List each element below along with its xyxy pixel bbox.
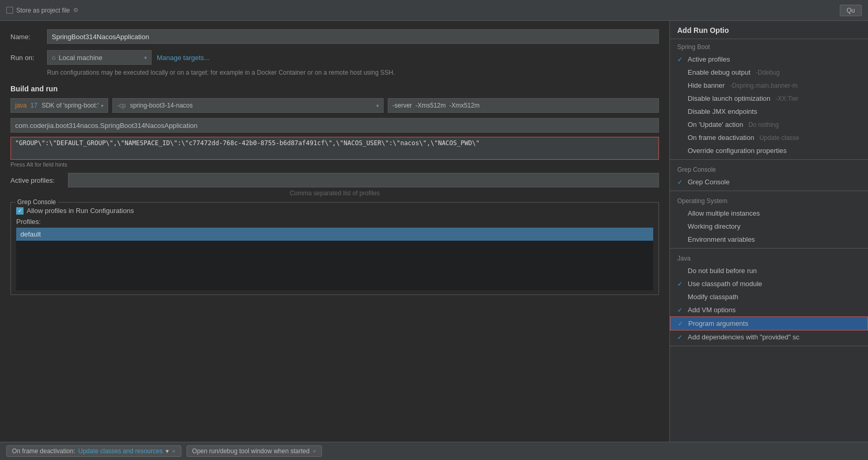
run-on-hint: Run configurations may be executed local… <box>47 68 659 77</box>
chevron-down-icon: ▾ <box>144 55 147 61</box>
active-profiles-row: Active profiles: <box>10 173 659 187</box>
right-item-modify-classpath[interactable]: ✓Modify classpath <box>670 290 868 303</box>
item-label-disable-jmx: Disable JMX endpoints <box>688 108 757 115</box>
item-label-env-vars: Environment variables <box>688 235 755 243</box>
item-label-allow-multiple: Allow multiple instances <box>688 209 760 217</box>
main-content: Name: Run on: ⌂ Local machine ▾ Manage t… <box>0 21 868 442</box>
allow-profiles-label: Allow profiles in Run Configurations <box>27 207 134 215</box>
cp-chevron-icon: ▾ <box>376 103 379 109</box>
item-label-use-classpath: Use classpath of module <box>688 280 762 288</box>
program-args-input[interactable] <box>10 137 659 160</box>
qu-button[interactable]: Qu <box>840 5 862 16</box>
store-project-file-label: Store as project file <box>16 7 70 14</box>
frame-deactivation-chevron: ▾ <box>166 447 169 455</box>
check-mark-program-args: ✓ <box>678 320 685 327</box>
item-label-disable-launch: Disable launch optimization <box>688 95 770 102</box>
check-mark-add-vm: ✓ <box>677 306 685 314</box>
right-item-disable-launch[interactable]: ✓Disable launch optimization-XX:Tier <box>670 92 868 105</box>
gear-icon[interactable]: ⚙ <box>73 7 78 14</box>
right-item-do-not-build[interactable]: ✓Do not build before run <box>670 264 868 277</box>
field-hint: Press Alt for field hints <box>10 161 659 168</box>
right-section-spring-boot: Spring Boot <box>670 39 868 53</box>
right-item-add-dependencies[interactable]: ✓Add dependencies with "provided" sc <box>670 331 868 344</box>
cp-prefix: -cp <box>117 102 126 109</box>
divider-operating-system <box>670 248 868 249</box>
right-item-on-update[interactable]: ✓On 'Update' actionDo nothing <box>670 118 868 131</box>
divider-spring-boot <box>670 159 868 160</box>
divider-java <box>670 346 868 346</box>
right-item-use-classpath[interactable]: ✓Use classpath of module <box>670 277 868 290</box>
divider-grep-console <box>670 191 868 191</box>
name-input[interactable] <box>47 29 659 44</box>
grep-console-legend: Grep Console <box>15 198 58 206</box>
active-profiles-label: Active profiles: <box>10 176 63 184</box>
store-project-file-row: Store as project file ⚙ <box>6 7 78 14</box>
right-item-add-vm[interactable]: ✓Add VM options <box>670 303 868 316</box>
item-label-hide-banner: Hide banner <box>688 81 725 89</box>
name-row: Name: <box>10 29 659 44</box>
store-project-file-checkbox[interactable] <box>6 7 13 14</box>
item-label-do-not-build: Do not build before run <box>688 267 757 275</box>
right-item-disable-jmx[interactable]: ✓Disable JMX endpoints <box>670 105 868 118</box>
left-panel: Name: Run on: ⌂ Local machine ▾ Manage t… <box>0 21 669 442</box>
right-item-env-vars[interactable]: ✓Environment variables <box>670 233 868 246</box>
cp-dropdown[interactable]: -cp spring-boot3-14-nacos ▾ <box>112 98 384 113</box>
check-mark-add-dependencies: ✓ <box>677 334 685 341</box>
right-item-on-frame-deactivation[interactable]: ✓On frame deactivationUpdate classe <box>670 131 868 144</box>
frame-deactivation-value[interactable]: Update classes and resources <box>78 447 163 455</box>
right-item-hide-banner[interactable]: ✓Hide banner-Dspring.main.banner-m <box>670 79 868 92</box>
bottom-bar: On frame deactivation: Update classes an… <box>0 442 868 460</box>
right-item-program-args[interactable]: ✓Program arguments <box>670 316 868 331</box>
sdk-chevron-icon: ▾ <box>101 103 103 109</box>
vm-options-input[interactable] <box>388 98 659 113</box>
sdk-suffix: SDK of 'spring-boot:' <box>42 102 99 109</box>
item-label-on-frame-deactivation: On frame deactivation <box>688 134 754 141</box>
profiles-hint: Comma separated list of profiles <box>10 190 659 197</box>
right-section-operating-system: Operating System <box>670 193 868 207</box>
item-label-override-config: Override configuration properties <box>688 147 786 155</box>
check-mark-use-classpath: ✓ <box>677 280 685 288</box>
active-profiles-input[interactable] <box>68 173 659 187</box>
item-hint-on-frame-deactivation: Update classe <box>759 134 799 141</box>
top-bar: Store as project file ⚙ Qu <box>0 0 868 21</box>
run-on-dropdown[interactable]: ⌂ Local machine ▾ <box>47 50 152 65</box>
item-hint-enable-debug: -Ddebug <box>756 69 780 76</box>
frame-deactivation-label: On frame deactivation: <box>12 447 75 455</box>
open-run-tag[interactable]: Open run/debug tool window when started … <box>187 445 322 457</box>
item-label-grep-console: Grep Console <box>688 178 730 186</box>
allow-profiles-row: ✓ Allow profiles in Run Configurations <box>16 207 653 215</box>
right-item-allow-multiple[interactable]: ✓Allow multiple instances <box>670 207 868 220</box>
open-run-close-icon[interactable]: × <box>313 448 316 454</box>
right-item-override-config[interactable]: ✓Override configuration properties <box>670 144 868 157</box>
item-label-add-vm: Add VM options <box>688 306 736 314</box>
home-icon: ⌂ <box>52 54 55 61</box>
java-keyword: java <box>15 102 27 109</box>
main-class-input[interactable] <box>10 118 659 133</box>
item-label-add-dependencies: Add dependencies with "provided" sc <box>688 333 800 341</box>
item-label-active-profiles: Active profiles <box>688 55 730 63</box>
frame-deactivation-close-icon[interactable]: × <box>172 448 175 454</box>
frame-deactivation-tag[interactable]: On frame deactivation: Update classes an… <box>6 445 181 457</box>
item-hint-on-update: Do nothing <box>748 121 779 128</box>
item-hint-hide-banner: -Dspring.main.banner-m <box>730 82 797 89</box>
item-label-program-args: Program arguments <box>688 320 748 327</box>
item-label-enable-debug: Enable debug output <box>688 68 750 76</box>
manage-targets-link[interactable]: Manage targets... <box>157 54 210 62</box>
right-item-enable-debug[interactable]: ✓Enable debug output-Ddebug <box>670 66 868 79</box>
java-version: 17 <box>29 102 38 109</box>
right-section-grep-console: Grep Console <box>670 162 868 175</box>
run-on-label: Run on: <box>10 54 42 62</box>
profiles-section-label: Profiles: <box>16 218 653 226</box>
right-item-active-profiles[interactable]: ✓Active profiles <box>670 53 868 66</box>
allow-profiles-checkbox[interactable]: ✓ <box>16 207 24 215</box>
java-sdk-dropdown[interactable]: java 17 SDK of 'spring-boot:' ▾ <box>10 98 108 113</box>
open-run-label: Open run/debug tool window when started <box>192 447 310 455</box>
right-section-java: Java <box>670 251 868 264</box>
right-item-grep-console[interactable]: ✓Grep Console <box>670 175 868 188</box>
name-label: Name: <box>10 33 42 41</box>
item-label-modify-classpath: Modify classpath <box>688 293 738 301</box>
right-item-working-dir[interactable]: ✓Working directory <box>670 220 868 233</box>
check-mark-active-profiles: ✓ <box>677 56 685 63</box>
profile-item-default[interactable]: default <box>16 228 653 241</box>
right-panel-title: Add Run Optio <box>670 21 868 39</box>
